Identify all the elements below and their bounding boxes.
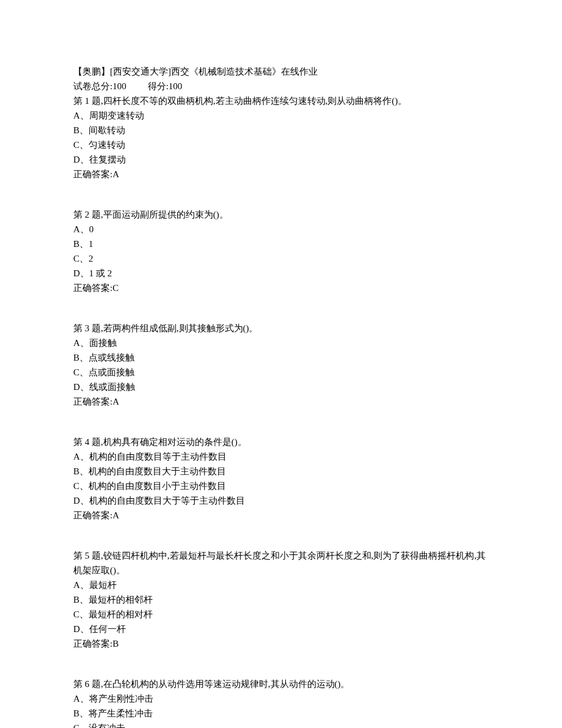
- question-block: 第 5 题,铰链四杆机构中,若最短杆与最长杆长度之和小于其余两杆长度之和,则为了…: [73, 548, 489, 651]
- question-option: B、最短杆的相邻杆: [73, 592, 489, 607]
- question-block: 第 4 题,机构具有确定相对运动的条件是()。A、机构的自由度数目等于主动件数目…: [73, 435, 489, 523]
- question-option: A、将产生刚性冲击: [73, 691, 489, 706]
- question-option: B、将产生柔性冲击: [73, 706, 489, 721]
- correct-answer: 正确答案:A: [73, 394, 489, 409]
- document-title: 【奥鹏】[西安交通大学]西交《机械制造技术基础》在线作业: [73, 64, 489, 79]
- question-block: 第 3 题,若两构件组成低副,则其接触形式为()。A、面接触B、点或线接触C、点…: [73, 321, 489, 409]
- question-option: C、没有冲击: [73, 721, 489, 728]
- document-header: 【奥鹏】[西安交通大学]西交《机械制造技术基础》在线作业 试卷总分:100得分:…: [73, 64, 489, 94]
- question-option: B、1: [73, 237, 489, 251]
- question-option: B、机构的自由度数目大于主动件数目: [73, 464, 489, 479]
- question-block: 第 6 题,在凸轮机构的从动件选用等速运动规律时,其从动件的运动()。A、将产生…: [73, 677, 489, 728]
- question-option: D、任何一杆: [73, 622, 489, 636]
- correct-answer: 正确答案:A: [73, 508, 489, 523]
- question-block: 第 2 题,平面运动副所提供的约束为()。A、0B、1C、2D、1 或 2正确答…: [73, 207, 489, 295]
- question-stem: 第 2 题,平面运动副所提供的约束为()。: [73, 207, 489, 222]
- question-stem: 第 6 题,在凸轮机构的从动件选用等速运动规律时,其从动件的运动()。: [73, 677, 489, 691]
- question-stem: 第 1 题,四杆长度不等的双曲柄机构,若主动曲柄作连续匀速转动,则从动曲柄将作(…: [73, 94, 489, 108]
- question-option: C、机构的自由度数目小于主动件数目: [73, 479, 489, 493]
- score-line: 试卷总分:100得分:100: [73, 79, 489, 94]
- question-option: D、机构的自由度数目大于等于主动件数目: [73, 493, 489, 508]
- question-option: B、间歇转动: [73, 123, 489, 138]
- question-stem: 第 3 题,若两构件组成低副,则其接触形式为()。: [73, 321, 489, 336]
- question-stem: 第 5 题,铰链四杆机构中,若最短杆与最长杆长度之和小于其余两杆长度之和,则为了…: [73, 548, 489, 578]
- question-option: A、机构的自由度数目等于主动件数目: [73, 449, 489, 464]
- question-option: A、周期变速转动: [73, 108, 489, 123]
- correct-answer: 正确答案:C: [73, 281, 489, 295]
- correct-answer: 正确答案:A: [73, 167, 489, 182]
- questions-container: 第 1 题,四杆长度不等的双曲柄机构,若主动曲柄作连续匀速转动,则从动曲柄将作(…: [73, 94, 489, 728]
- question-option: C、点或面接触: [73, 365, 489, 380]
- score-label: 得分:100: [148, 81, 183, 91]
- question-option: D、往复摆动: [73, 152, 489, 167]
- correct-answer: 正确答案:B: [73, 636, 489, 651]
- question-option: C、2: [73, 251, 489, 266]
- question-option: A、0: [73, 222, 489, 237]
- question-option: A、最短杆: [73, 578, 489, 592]
- question-stem: 第 4 题,机构具有确定相对运动的条件是()。: [73, 435, 489, 449]
- question-option: D、1 或 2: [73, 266, 489, 281]
- question-block: 第 1 题,四杆长度不等的双曲柄机构,若主动曲柄作连续匀速转动,则从动曲柄将作(…: [73, 94, 489, 182]
- question-option: B、点或线接触: [73, 350, 489, 365]
- total-score-label: 试卷总分:100: [73, 81, 126, 91]
- question-option: C、最短杆的相对杆: [73, 607, 489, 622]
- question-option: A、面接触: [73, 336, 489, 350]
- question-option: C、匀速转动: [73, 138, 489, 152]
- question-option: D、线或面接触: [73, 380, 489, 394]
